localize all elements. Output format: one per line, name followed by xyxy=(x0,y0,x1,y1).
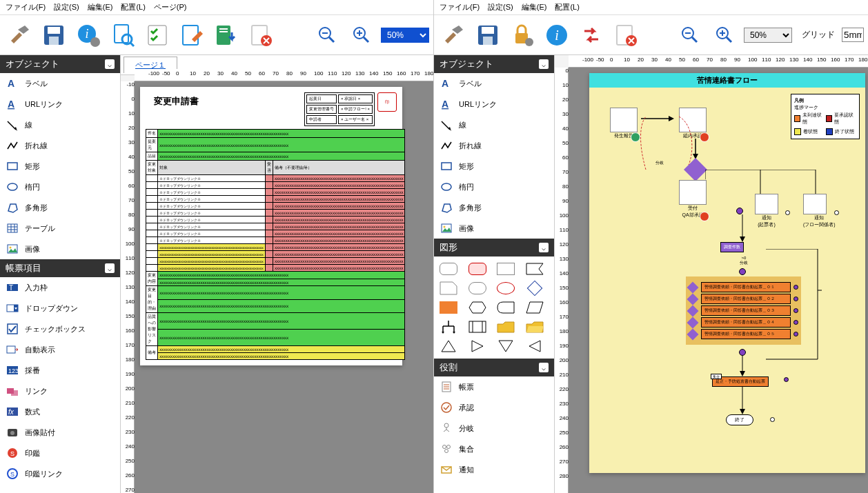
menu-file[interactable]: ファイル(F) xyxy=(440,2,480,12)
doc-edit-icon[interactable] xyxy=(177,20,207,50)
menu-settings[interactable]: 設定(S) xyxy=(54,2,79,12)
sidebar-item[interactable]: 分岐 xyxy=(434,418,554,439)
sidebar-item[interactable]: 多角形 xyxy=(0,197,120,218)
sidebar-item[interactable]: 矩形 xyxy=(434,156,554,177)
sidebar-item[interactable]: 画像 xyxy=(434,218,554,239)
sidebar-item[interactable]: 楕円 xyxy=(0,177,120,197)
shape-tri-up[interactable] xyxy=(438,338,459,354)
menu-edit[interactable]: 編集(E) xyxy=(88,2,113,12)
zoom-in-icon[interactable] xyxy=(709,20,740,50)
sidebar-item[interactable]: 多角形 xyxy=(434,197,554,218)
sidebar-item[interactable]: 線 xyxy=(434,114,554,135)
shape-hexagon[interactable] xyxy=(467,299,488,316)
shape-roundrect[interactable] xyxy=(438,261,459,277)
shape-diamond[interactable] xyxy=(524,280,545,296)
sidebar-item[interactable]: AURLリンク xyxy=(434,94,554,114)
sidebar-item[interactable]: 承認 xyxy=(434,397,554,418)
sidebar-item[interactable]: ドロップダウン xyxy=(0,298,120,319)
sidebar-item[interactable]: 矩形 xyxy=(0,156,120,177)
info-icon[interactable]: i xyxy=(542,20,572,50)
shape-display[interactable] xyxy=(495,299,516,316)
sidebar-item[interactable]: 楕円 xyxy=(434,177,554,197)
sidebar-item[interactable]: 折れ線 xyxy=(434,135,554,156)
shape-rect-plain[interactable] xyxy=(495,261,516,277)
shape-flag[interactable] xyxy=(524,261,545,277)
sidebar-item[interactable]: Aラベル xyxy=(434,73,554,94)
sidebar-item[interactable]: 自動表示 xyxy=(0,339,120,360)
sidebar-item[interactable]: 帳票 xyxy=(434,376,554,397)
sidebar-item[interactable]: リンク xyxy=(0,381,120,401)
flow-notify1[interactable]: 通知 (起票者) xyxy=(755,194,778,228)
shape-roundrect-red[interactable] xyxy=(467,261,488,277)
shape-folder[interactable] xyxy=(495,319,516,335)
sidebar-item[interactable]: S印鑑リンク xyxy=(0,463,120,484)
sidebar-item[interactable]: Aラベル xyxy=(0,73,120,94)
flow-branch-bar[interactable]: 調査件数 xyxy=(720,242,744,252)
hammer-icon[interactable] xyxy=(438,20,468,50)
swap-icon[interactable] xyxy=(576,20,606,50)
sidebar-item[interactable]: 123採番 xyxy=(0,360,120,381)
canvas-left[interactable]: ページ１ -100-500102030405060708090100110120… xyxy=(121,55,433,493)
sidebar-item[interactable]: 画像貼付 xyxy=(0,422,120,443)
shape-predefined[interactable] xyxy=(467,319,488,335)
sidebar-item[interactable]: T入力枠 xyxy=(0,277,120,298)
zoom-out-icon[interactable] xyxy=(675,20,705,50)
canvas-right[interactable]: -100-50010203040506070809010011012013014… xyxy=(555,55,868,493)
menu-page[interactable]: ページ(P) xyxy=(154,2,187,12)
sidebar-item[interactable]: S印鑑 xyxy=(0,443,120,463)
shape-rect-orange[interactable] xyxy=(438,299,459,316)
doc-download-icon[interactable] xyxy=(211,20,241,50)
sidebar-item[interactable]: 通知 xyxy=(434,459,554,480)
panel-roles-header[interactable]: 役割⌵ xyxy=(434,359,554,376)
menu-layout[interactable]: 配置(L) xyxy=(555,2,579,12)
grid-input[interactable] xyxy=(842,28,864,42)
item-label: 自動表示 xyxy=(25,345,55,355)
panel-shapes-header[interactable]: 図形⌵ xyxy=(434,239,554,256)
zoom-select-right[interactable]: 50% xyxy=(744,28,792,43)
flow-end[interactable]: 終了 xyxy=(726,414,753,425)
menu-file[interactable]: ファイル(F) xyxy=(6,2,46,12)
shape-ellipse-red[interactable] xyxy=(495,280,516,296)
shape-folder-open[interactable] xyxy=(524,319,545,335)
zoom-out-icon[interactable] xyxy=(312,20,342,50)
panel-objects-header[interactable]: オブジェクト⌵ xyxy=(0,55,120,73)
sidebar-item[interactable]: 線 xyxy=(0,114,120,135)
doc-search-icon[interactable] xyxy=(108,20,138,50)
menu-edit[interactable]: 編集(E) xyxy=(522,2,547,12)
sidebar-item[interactable]: 集合 xyxy=(434,439,554,459)
sidebar-item[interactable]: チェックボックス xyxy=(0,319,120,339)
zoom-select-left[interactable]: 50% xyxy=(381,28,429,43)
panel-formitems-header[interactable]: 帳票項目⌵ xyxy=(0,259,120,277)
svg-text:i: i xyxy=(85,27,88,41)
sidebar-item[interactable]: 折れ線 xyxy=(0,135,120,156)
menu-settings[interactable]: 設定(S) xyxy=(488,2,513,12)
sidebar-item[interactable]: fx数式 xyxy=(0,401,120,422)
sidebar-item[interactable]: テーブル xyxy=(0,218,120,239)
lock-gear-icon[interactable] xyxy=(507,20,537,50)
shape-fork[interactable] xyxy=(438,319,459,335)
panel-objects-header[interactable]: オブジェクト⌵ xyxy=(434,55,554,73)
flow-notify2[interactable]: 通知 (フロー関係者) xyxy=(803,194,836,228)
shape-doc[interactable] xyxy=(438,280,459,296)
info-gear-icon[interactable]: i xyxy=(73,20,103,50)
shape-tri-right[interactable] xyxy=(467,338,488,354)
shape-parallelogram[interactable] xyxy=(524,299,545,316)
flow-approve2[interactable]: 受付 QA部承認 xyxy=(679,180,707,219)
sidebar-item[interactable]: AURLリンク xyxy=(0,94,120,114)
zoom-in-icon[interactable] xyxy=(346,20,377,50)
flow-approve1[interactable]: 組内承認 xyxy=(679,108,707,139)
save-icon[interactable] xyxy=(39,20,69,50)
sidebar-item[interactable]: 画像 xyxy=(0,239,120,259)
checklist-icon[interactable] xyxy=(142,20,172,50)
doc-delete-icon[interactable] xyxy=(246,20,276,50)
item-icon xyxy=(440,401,453,414)
flow-diamond[interactable] xyxy=(687,161,704,178)
doc-delete-icon[interactable] xyxy=(611,20,641,50)
shape-tri-down[interactable] xyxy=(495,338,516,354)
hammer-icon[interactable] xyxy=(4,20,34,50)
shape-tri-left[interactable] xyxy=(524,338,545,354)
flow-start[interactable]: 発生報告 xyxy=(610,108,638,139)
save-icon[interactable] xyxy=(473,20,503,50)
menu-layout[interactable]: 配置(L) xyxy=(121,2,145,12)
shape-terminator[interactable] xyxy=(467,280,488,296)
